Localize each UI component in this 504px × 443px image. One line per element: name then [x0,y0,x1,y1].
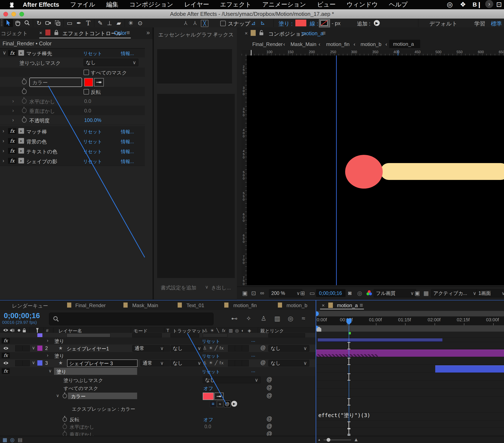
more-link[interactable]: ... [251,337,255,343]
graph-editor-icon[interactable]: ≈ [302,315,305,322]
twirl-closed-icon[interactable]: › [47,338,48,343]
eye-icon[interactable] [3,361,9,365]
menu-item-window[interactable]: ウィンドウ [347,0,378,9]
expand-transfer-controls-icon[interactable]: ▦ [2,437,7,443]
stamp-tool[interactable]: ⊥ [105,19,114,27]
tab-effect-controls-comp[interactable]: Color [114,30,126,36]
tab-close-icon[interactable]: × [39,30,42,36]
eg-export-button[interactable]: き出し... [211,284,231,291]
selected-prop-highlight[interactable]: カラー [68,392,137,399]
selection-tool[interactable] [4,19,13,27]
stopwatch-icon[interactable] [63,394,67,398]
match-head-shape[interactable] [345,155,383,189]
time-navigator[interactable] [316,311,504,317]
snap-option-icon-2[interactable]: ⊿ [260,21,266,26]
hand-tool[interactable] [13,19,22,27]
magnification-dropdown[interactable]: 200 %∨ [269,289,302,298]
invert-checkbox[interactable] [84,89,89,94]
blend-mode-dropdown[interactable]: 通常∨ [132,345,166,352]
comp-viewport[interactable] [247,55,504,285]
reset-link[interactable]: リセット [83,148,102,155]
tab-text-01[interactable]: Text_01 [186,302,204,308]
lock-open-icon[interactable] [259,30,264,36]
tab-final-render[interactable]: Final_Render [75,302,106,308]
effect-row[interactable]: › fx ▸ シェイプの影 リセット 情報... [0,156,145,166]
twirl-open-icon[interactable]: ∨ [32,360,35,365]
effect-row-fill-2[interactable]: fx › 塗り リセット ... [0,352,316,359]
local-axis-mode-icon[interactable]: Y [181,19,190,27]
twirl-closed-icon[interactable]: › [47,353,48,358]
fill-mask-dropdown[interactable]: なし∨ [84,59,138,66]
effect-name[interactable]: シェイプの影 [26,158,57,165]
eg-add-format-button[interactable]: 書式設定を追加 [161,284,197,291]
reset-link[interactable]: リセット [83,51,102,57]
parent-pickwhip-icon[interactable]: @ [260,345,266,351]
twirl-closed-icon[interactable]: › [2,138,4,144]
vr-view-icon[interactable]: ∞ [260,290,264,296]
crumb-final-render[interactable]: Final_Render [252,41,283,47]
comp-ruler-horizontal[interactable]: 100 150 200 250 300 350 400 450 500 550 … [242,50,504,56]
shape-tool[interactable]: ▭ [65,19,74,27]
pickwhip-icon[interactable]: @ [267,392,272,399]
search-input[interactable] [49,313,214,325]
expand-switches-icon[interactable]: ◎ [10,437,15,443]
primary-viewer-icon[interactable]: ⊡ [251,290,256,297]
label-color-swatch[interactable] [37,346,42,351]
timeline-zoom-knob[interactable] [326,438,330,442]
menu-item-file[interactable]: ファイル [70,0,95,9]
eraser-tool[interactable]: ▰ [114,19,124,27]
info-link[interactable]: 情報... [121,129,134,135]
selected-effect-highlight[interactable]: 塗り [54,368,137,375]
time-ruler[interactable]: 0:00f 00:15f 01:00f 01:15f 02:00f 02:15f… [316,317,504,325]
motion-blur-icon[interactable]: ◎ [288,315,293,322]
guide-line[interactable] [336,55,337,285]
crumb-motion-b[interactable]: motion_b [360,41,381,47]
always-preview-icon[interactable]: ▣ [242,290,248,297]
comp-mini-flowchart-icon[interactable]: ⊷ [231,315,237,322]
stopwatch-icon[interactable] [63,417,67,422]
expression-pickwhip-icon[interactable]: @ [224,401,230,407]
toolbar-grip[interactable] [1,19,2,27]
camera-dropdown[interactable]: アクティブカ...∨ [431,289,479,298]
effect-row-fill-1[interactable]: fx › 塗り リセット ... [0,337,316,345]
crumb-motion-fin[interactable]: motion_fin [326,41,350,47]
shy-layers-icon[interactable]: ♙ [261,315,267,322]
pickwhip-icon[interactable]: @ [267,416,272,422]
blend-mode-dropdown[interactable]: 通常∨ [140,360,166,366]
tab-close-icon[interactable]: × [245,30,248,36]
snapshot-icon[interactable]: ◙ [348,290,351,296]
eye-icon[interactable] [3,347,9,350]
zoom-window-button[interactable] [19,12,24,17]
fx-badge[interactable]: fx [8,128,17,134]
twirl-closed-icon[interactable]: › [12,98,14,104]
effect-row[interactable]: › fx ▸ 背景の色 リセット 情報... [0,136,145,146]
fx-badge[interactable]: fx [8,158,17,164]
match-stick-shape[interactable] [380,163,504,180]
menu-item-view[interactable]: ビュー [317,0,335,9]
camera-tool[interactable] [44,19,53,27]
track-matte-dropdown[interactable]: なし∨ [170,360,203,366]
target-region-icon[interactable]: ▣ [414,290,420,297]
tab-effect-controls[interactable]: エフェクトコントロール [62,30,122,37]
add-play-icon[interactable]: ▶ [374,20,380,26]
pickwhip-icon[interactable]: @ [267,423,272,429]
effect-name[interactable]: 塗り [54,338,64,344]
close-window-button[interactable] [3,12,8,17]
tab-motion-b[interactable]: motion_b [287,302,307,308]
reset-link[interactable]: リセット [83,139,102,145]
tab-mask-main[interactable]: Mask_Main [132,302,158,308]
fill-mask-dropdown[interactable]: なし∨ [203,376,261,383]
effect-name[interactable]: テキストの色 [26,148,57,155]
twirl-open-icon[interactable]: ∨ [32,345,35,350]
parent-dropdown[interactable]: なし∨ [268,360,309,366]
expression-enable-icon[interactable]: = [210,401,216,407]
pen-tool[interactable]: ✒ [74,19,84,27]
effect-row-fill-selected[interactable]: fx ∨ 塗り リセット ... [0,367,316,376]
navy-duration-bar[interactable] [318,338,442,342]
roto-brush-tool[interactable]: ✳ [126,19,135,27]
world-axis-mode-icon[interactable]: Y [190,19,199,27]
tab-project[interactable]: コジェクト [1,30,28,37]
pickwhip-icon[interactable]: @ [267,431,272,436]
app-menu-name[interactable]: After Effects [23,1,59,8]
rotation-tool[interactable]: ↻ [34,19,44,27]
